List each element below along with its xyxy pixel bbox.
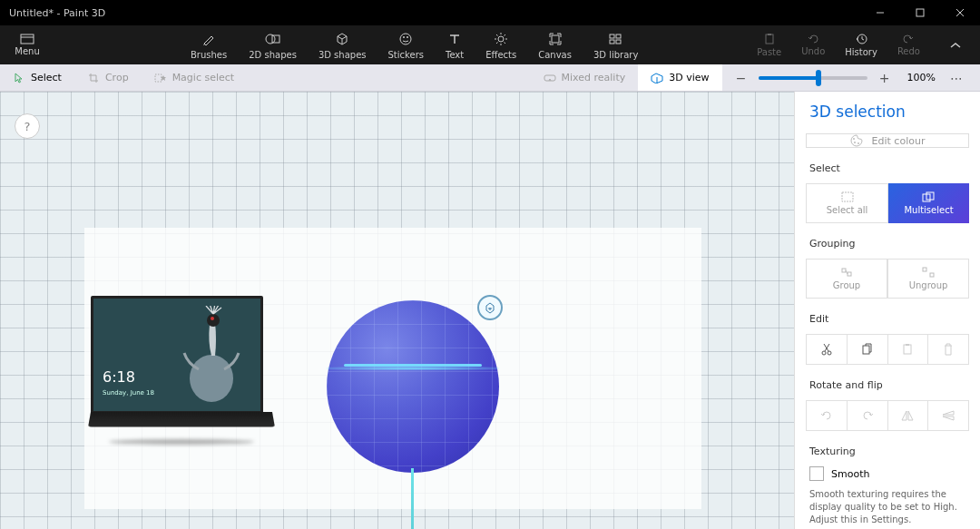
delete-button[interactable]: [927, 334, 969, 365]
maximize-button[interactable]: [900, 0, 940, 25]
tool-3d-shapes[interactable]: 3D shapes: [318, 31, 367, 60]
smooth-checkbox-row[interactable]: Smooth: [795, 461, 980, 486]
surface-device-3d-object[interactable]: 6:18 Sunday, June 18: [91, 296, 272, 450]
svg-rect-26: [768, 34, 771, 35]
more-options-button[interactable]: ⋯: [943, 71, 971, 85]
mixed-reality-button[interactable]: Mixed reality: [531, 64, 639, 91]
crane-image: [172, 306, 251, 406]
zoom-in-button[interactable]: +: [875, 68, 895, 88]
redo-icon: [902, 34, 915, 44]
tool-effects[interactable]: Effects: [485, 31, 516, 60]
svg-line-19: [505, 34, 506, 36]
minimize-button[interactable]: [860, 0, 900, 25]
svg-rect-46: [904, 345, 911, 354]
rotate-right-icon: [861, 409, 874, 422]
properties-panel: 3D selection Edit colour Select Select a…: [794, 92, 980, 529]
svg-point-34: [854, 142, 856, 143]
svg-point-30: [190, 355, 233, 402]
svg-line-16: [496, 34, 498, 36]
zoom-out-button[interactable]: −: [731, 68, 751, 88]
rotate-right-button[interactable]: [847, 400, 888, 431]
edit-section-label: Edit: [795, 309, 980, 328]
svg-rect-36: [842, 192, 853, 201]
tool-2d-shapes[interactable]: 2D shapes: [249, 31, 297, 60]
text-icon: [446, 31, 464, 47]
svg-rect-4: [21, 34, 34, 44]
paste-icon-panel: [902, 343, 913, 356]
z-handle-icon: [484, 301, 496, 314]
tool-stickers[interactable]: Stickers: [388, 31, 424, 60]
undo-button[interactable]: Undo: [801, 34, 825, 56]
history-button[interactable]: History: [845, 33, 877, 57]
ungroup-button[interactable]: Ungroup: [887, 259, 969, 299]
help-button[interactable]: ?: [15, 113, 40, 139]
flip-horizontal-button[interactable]: [887, 400, 929, 431]
delete-icon: [943, 343, 954, 356]
magic-select-tool[interactable]: Magic select: [142, 64, 248, 91]
svg-point-10: [407, 36, 408, 38]
svg-point-32: [211, 317, 214, 320]
close-button[interactable]: [940, 0, 980, 25]
svg-rect-28: [155, 74, 162, 82]
redo-button[interactable]: Redo: [897, 34, 920, 56]
panel-title: 3D selection: [795, 92, 980, 128]
svg-rect-42: [930, 273, 934, 277]
svg-rect-40: [848, 272, 851, 276]
tool-canvas[interactable]: Canvas: [538, 31, 572, 60]
stickers-icon: [397, 31, 415, 47]
copy-button[interactable]: [847, 334, 888, 365]
tool-text[interactable]: Text: [446, 31, 464, 60]
z-position-handle[interactable]: [477, 295, 503, 320]
undo-icon: [807, 34, 819, 44]
canvas-area[interactable]: ? 6:18 Sunday, June 18: [0, 92, 794, 529]
tool-3d-library[interactable]: 3D library: [593, 31, 638, 60]
svg-point-44: [828, 351, 831, 355]
3d-view-button[interactable]: 3D view: [638, 64, 721, 91]
select-tool[interactable]: Select: [0, 64, 74, 91]
svg-point-31: [207, 314, 220, 327]
svg-rect-24: [616, 40, 621, 44]
multiselect-icon: [922, 191, 936, 202]
palette-icon: [850, 134, 863, 147]
rotate-flip-section-label: Rotate and flip: [795, 376, 980, 395]
smooth-checkbox[interactable]: [809, 466, 824, 481]
flip-horizontal-icon: [901, 410, 914, 421]
crop-tool[interactable]: Crop: [74, 64, 142, 91]
svg-point-33: [853, 138, 855, 140]
select-all-icon: [841, 191, 854, 202]
secondary-toolbar: Select Crop Magic select Mixed reality 3…: [0, 64, 980, 92]
texturing-section-label: Texturing: [795, 442, 980, 461]
group-button[interactable]: Group: [806, 259, 887, 299]
paste-button[interactable]: Paste: [757, 33, 781, 57]
rotate-left-button[interactable]: [806, 400, 848, 431]
edit-colour-button[interactable]: Edit colour: [806, 133, 969, 148]
svg-rect-47: [906, 344, 909, 346]
collapse-panel-button[interactable]: [940, 30, 971, 61]
svg-line-17: [505, 42, 506, 44]
select-all-button[interactable]: Select all: [806, 183, 888, 223]
svg-rect-1: [916, 9, 924, 16]
paste-button-panel[interactable]: [887, 334, 929, 365]
menu-button[interactable]: Menu: [0, 25, 54, 64]
cut-button[interactable]: [806, 334, 848, 365]
svg-point-35: [858, 142, 859, 144]
brush-icon: [200, 31, 218, 47]
object-ground-pole: [411, 468, 414, 529]
zoom-slider[interactable]: [759, 76, 867, 80]
sphere-3d-object[interactable]: [327, 300, 499, 473]
window-title: Untitled* - Paint 3D: [9, 7, 105, 19]
paste-icon: [763, 33, 776, 45]
svg-rect-39: [842, 269, 846, 272]
tool-brushes[interactable]: Brushes: [191, 31, 227, 60]
3d-view-icon: [651, 72, 663, 84]
multiselect-button[interactable]: Multiselect: [888, 183, 969, 223]
svg-rect-45: [863, 346, 869, 354]
titlebar: Untitled* - Paint 3D: [0, 0, 980, 25]
cut-icon: [821, 343, 832, 356]
main-area: ? 6:18 Sunday, June 18: [0, 92, 980, 529]
library-icon: [607, 31, 625, 47]
svg-point-9: [403, 36, 405, 38]
flip-vertical-button[interactable]: [927, 400, 969, 431]
svg-rect-22: [616, 34, 621, 38]
rotate-left-icon: [820, 409, 833, 422]
